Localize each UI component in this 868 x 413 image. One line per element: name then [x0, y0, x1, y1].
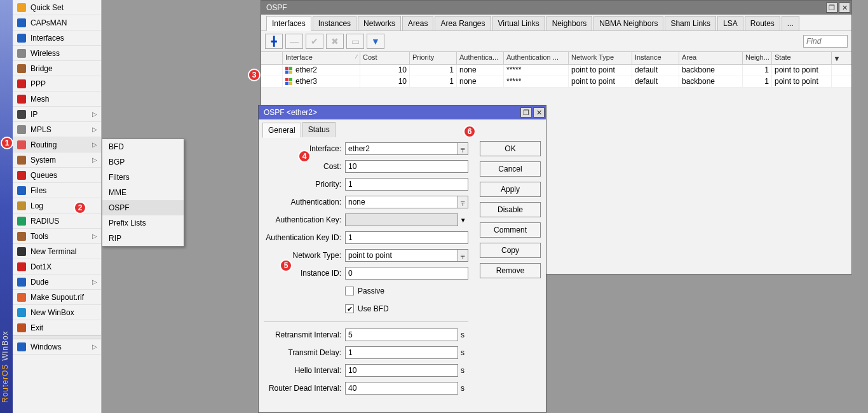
tab-status[interactable]: Status	[302, 122, 336, 137]
sidebar-item-routing[interactable]: Routing▷	[13, 137, 101, 152]
auth-field[interactable]	[345, 196, 458, 208]
sidebar-item-mpls[interactable]: MPLS▷	[13, 122, 101, 137]
column-header[interactable]: Authentication ...	[504, 52, 569, 64]
sidebar-item-mesh[interactable]: Mesh	[13, 91, 101, 107]
copy-button[interactable]: Copy	[480, 243, 541, 258]
tab-area-ranges[interactable]: Area Ranges	[435, 16, 491, 30]
restore-icon[interactable]: ❐	[826, 3, 837, 13]
submenu-item-mme[interactable]: MME	[102, 185, 184, 200]
expand-icon[interactable]: ▼	[458, 213, 468, 226]
annotation-3: 3	[248, 69, 261, 81]
cancel-button[interactable]: Cancel	[480, 161, 541, 177]
tab-interfaces[interactable]: Interfaces	[266, 16, 311, 31]
sidebar-item-wireless[interactable]: Wireless	[13, 46, 101, 61]
column-header[interactable]: Priority	[410, 52, 457, 64]
dropdown-icon[interactable]: ╤	[458, 142, 468, 155]
tab--[interactable]: ...	[782, 16, 799, 30]
sidebar-item-label: Wireless	[31, 49, 98, 58]
passive-checkbox[interactable]	[345, 287, 354, 295]
sidebar-item-windows[interactable]: Windows▷	[13, 339, 101, 355]
comment-button[interactable]: Comment	[480, 222, 541, 238]
tab-instances[interactable]: Instances	[313, 16, 356, 30]
column-header[interactable]	[261, 52, 283, 64]
sidebar-item-new-terminal[interactable]: New Terminal	[13, 244, 101, 259]
table-row[interactable]: ether2101none*****point to pointdefaultb…	[261, 65, 851, 76]
tab-neighbors[interactable]: Neighbors	[546, 16, 593, 30]
ntype-field[interactable]	[345, 249, 458, 262]
remove-button[interactable]: —	[285, 34, 303, 49]
column-header[interactable]: Network Type	[569, 52, 632, 64]
ospf-titlebar[interactable]: OSPF ❐ ✕	[261, 1, 851, 15]
column-header[interactable]: Area	[679, 52, 743, 64]
disable-button[interactable]: Disable	[480, 202, 541, 217]
filter-button[interactable]: ▼	[367, 34, 384, 49]
sidebar-item-quick-set[interactable]: Quick Set	[13, 0, 101, 15]
chevron-right-icon: ▷	[91, 141, 98, 148]
dropdown-icon[interactable]: ╤	[458, 249, 468, 262]
sidebar-item-log[interactable]: Log	[13, 198, 101, 213]
disable-button[interactable]: ✖	[326, 34, 344, 49]
dropdown-icon[interactable]: ╤	[458, 196, 468, 208]
instid-field[interactable]	[345, 267, 468, 280]
menu-icon	[17, 155, 27, 165]
column-header[interactable]: Instance	[632, 52, 679, 64]
column-header[interactable]: State	[772, 52, 832, 64]
interface-field[interactable]	[345, 142, 458, 155]
sidebar-item-queues[interactable]: Queues	[13, 168, 101, 183]
submenu-item-ospf[interactable]: OSPF	[102, 200, 184, 215]
sidebar-item-exit[interactable]: Exit	[13, 320, 101, 335]
submenu-item-bgp[interactable]: BGP	[102, 154, 184, 170]
sidebar-item-ip[interactable]: IP▷	[13, 107, 101, 122]
tab-lsa[interactable]: LSA	[717, 16, 743, 30]
tab-routes[interactable]: Routes	[745, 16, 780, 30]
tab-virtual-links[interactable]: Virtual Links	[492, 16, 545, 30]
sidebar-item-label: New Terminal	[31, 247, 98, 256]
submenu-item-rip[interactable]: RIP	[102, 231, 184, 246]
retx-field[interactable]	[345, 328, 458, 341]
column-header[interactable]: Interface∕	[283, 52, 360, 64]
restore-icon[interactable]: ❐	[520, 107, 532, 118]
sidebar-item-dot1x[interactable]: Dot1X	[13, 259, 101, 274]
sidebar-item-new-winbox[interactable]: New WinBox	[13, 305, 101, 320]
close-icon[interactable]: ✕	[839, 3, 850, 13]
tab-sham-links[interactable]: Sham Links	[665, 16, 716, 30]
tab-networks[interactable]: Networks	[358, 16, 401, 30]
sidebar-item-dude[interactable]: Dude▷	[13, 274, 101, 290]
remove-button[interactable]: Remove	[480, 263, 541, 278]
find-input[interactable]	[803, 35, 848, 48]
enable-button[interactable]: ✔	[306, 34, 323, 49]
close-icon[interactable]: ✕	[533, 107, 545, 118]
sidebar-item-bridge[interactable]: Bridge	[13, 61, 101, 76]
hello-field[interactable]	[345, 364, 458, 377]
ok-button[interactable]: OK	[480, 141, 541, 156]
tab-areas[interactable]: Areas	[402, 16, 433, 30]
dialog-titlebar[interactable]: OSPF <ether2> ❐ ✕	[259, 105, 546, 119]
add-button[interactable]: ╋	[265, 34, 283, 49]
priority-field[interactable]	[345, 178, 468, 191]
submenu-item-filters[interactable]: Filters	[102, 170, 184, 185]
cost-field[interactable]	[345, 160, 468, 173]
comment-button[interactable]: ▭	[346, 34, 364, 49]
sidebar-item-system[interactable]: System▷	[13, 152, 101, 168]
submenu-item-bfd[interactable]: BFD	[102, 139, 184, 154]
txdelay-field[interactable]	[345, 346, 458, 359]
column-header[interactable]: Neigh...	[743, 52, 772, 64]
tab-general[interactable]: General	[262, 123, 301, 138]
sidebar-item-tools[interactable]: Tools▷	[13, 229, 101, 244]
apply-button[interactable]: Apply	[480, 182, 541, 197]
sidebar-item-files[interactable]: Files	[13, 183, 101, 198]
column-menu-icon[interactable]: ▼	[832, 52, 842, 64]
dead-field[interactable]	[345, 382, 458, 395]
column-header[interactable]: Cost	[360, 52, 410, 64]
authkeyid-field[interactable]	[345, 231, 468, 244]
table-row[interactable]: ether3101none*****point to pointdefaultb…	[261, 76, 851, 88]
sidebar-item-interfaces[interactable]: Interfaces	[13, 30, 101, 46]
usebfd-checkbox[interactable]: ✔	[345, 304, 354, 313]
sidebar-item-capsman[interactable]: CAPsMAN	[13, 15, 101, 30]
sidebar-item-radius[interactable]: RADIUS	[13, 213, 101, 229]
tab-nbma-neighbors[interactable]: NBMA Neighbors	[593, 16, 663, 30]
sidebar-item-make-supout-rif[interactable]: Make Supout.rif	[13, 290, 101, 305]
column-header[interactable]: Authentica...	[457, 52, 504, 64]
submenu-item-prefix-lists[interactable]: Prefix Lists	[102, 215, 184, 231]
sidebar-item-ppp[interactable]: PPP	[13, 76, 101, 91]
